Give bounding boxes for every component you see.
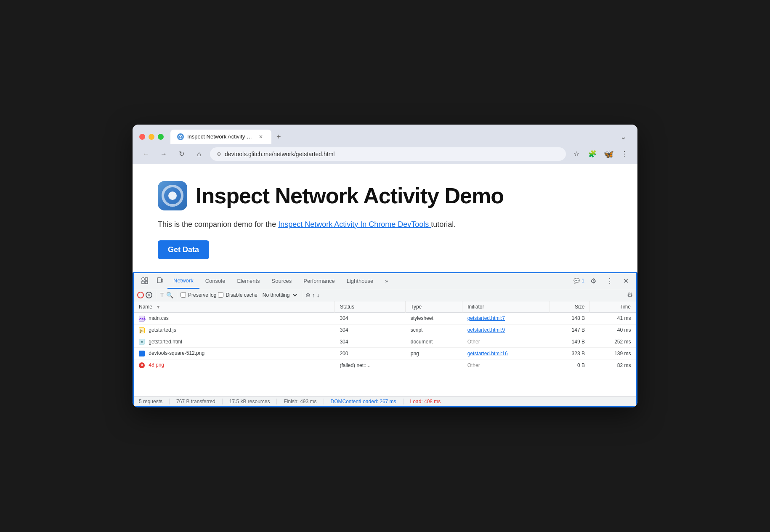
network-settings-icon[interactable]: ⚙ bbox=[627, 291, 633, 299]
browser-menu-icon[interactable]: ⋮ bbox=[618, 148, 631, 160]
disable-cache-input[interactable] bbox=[218, 292, 223, 298]
svg-rect-7 bbox=[162, 279, 163, 282]
cell-name: js getstarted.js bbox=[134, 324, 335, 336]
filter-icon[interactable]: ⊤ bbox=[159, 292, 165, 298]
cell-status: (failed) net::... bbox=[335, 359, 405, 371]
initiator-link[interactable]: getstarted.html:16 bbox=[467, 351, 508, 356]
tab-bar: Inspect Network Activity Dem ✕ + ⌄ bbox=[170, 130, 631, 144]
toolbar-separator-3 bbox=[302, 291, 302, 299]
clear-button[interactable]: ✕ bbox=[146, 292, 152, 298]
extension-icon[interactable]: 🧩 bbox=[586, 148, 599, 160]
svg-rect-5 bbox=[145, 281, 148, 284]
tab-lighthouse[interactable]: Lighthouse bbox=[341, 274, 380, 288]
cell-type: script bbox=[406, 324, 462, 336]
error-icon: ✕ bbox=[139, 362, 145, 368]
col-type: Type bbox=[406, 301, 462, 313]
network-table: Name ▼ Status Type Initiator Size Time c… bbox=[134, 301, 636, 396]
devtools-settings-icon[interactable]: ⚙ bbox=[586, 274, 600, 288]
cell-size: 148 B bbox=[550, 312, 590, 324]
cell-initiator: Other bbox=[462, 336, 550, 348]
disable-cache-checkbox[interactable]: Disable cache bbox=[218, 292, 257, 298]
active-tab[interactable]: Inspect Network Activity Dem ✕ bbox=[170, 130, 271, 144]
cell-type bbox=[406, 359, 462, 371]
status-requests: 5 requests bbox=[139, 399, 162, 404]
page-header: Inspect Network Activity Demo bbox=[158, 181, 612, 210]
devtools-panel: Network Console Elements Sources Perform… bbox=[133, 272, 637, 407]
device-toolbar-icon[interactable] bbox=[152, 274, 167, 287]
cell-size: 147 B bbox=[550, 324, 590, 336]
tab-elements[interactable]: Elements bbox=[231, 274, 266, 288]
table-row[interactable]: ✕ 48.png (failed) net::... Other 0 B 82 … bbox=[134, 359, 636, 371]
devtools-close-icon[interactable]: ✕ bbox=[619, 274, 633, 288]
status-load: Load: 408 ms bbox=[410, 399, 441, 404]
svg-rect-2 bbox=[142, 278, 144, 280]
record-button[interactable] bbox=[137, 292, 144, 298]
traffic-lights bbox=[139, 134, 164, 140]
tab-close-button[interactable]: ✕ bbox=[257, 133, 265, 141]
browser-window: Inspect Network Activity Dem ✕ + ⌄ ← → ↻… bbox=[133, 125, 637, 407]
disable-cache-label: Disable cache bbox=[226, 292, 257, 298]
cell-time: 41 ms bbox=[590, 312, 636, 324]
tab-sources[interactable]: Sources bbox=[266, 274, 298, 288]
cell-status: 304 bbox=[335, 312, 405, 324]
close-traffic-light[interactable] bbox=[139, 134, 145, 140]
address-bar-input-container[interactable]: ⊕ devtools.glitch.me/network/getstarted.… bbox=[210, 147, 566, 161]
tab-network[interactable]: Network bbox=[167, 273, 199, 289]
html-icon: ≡ bbox=[139, 339, 145, 345]
table-row[interactable]: css main.css 304 stylesheet getstarted.h… bbox=[134, 312, 636, 324]
avatar-icon[interactable]: 🦋 bbox=[602, 148, 615, 160]
inspect-element-icon[interactable] bbox=[137, 274, 152, 287]
cell-name: devtools-square-512.png bbox=[134, 348, 335, 359]
svg-point-1 bbox=[180, 136, 181, 137]
minimize-traffic-light[interactable] bbox=[149, 134, 154, 140]
tab-performance[interactable]: Performance bbox=[297, 274, 340, 288]
badge-count: 1 bbox=[581, 278, 584, 284]
chrome-logo bbox=[158, 181, 187, 210]
png-icon bbox=[139, 351, 145, 356]
new-tab-button[interactable]: + bbox=[272, 130, 285, 144]
cell-initiator: getstarted.html:7 bbox=[462, 312, 550, 324]
cell-status: 304 bbox=[335, 324, 405, 336]
maximize-traffic-light[interactable] bbox=[158, 134, 164, 140]
reload-button[interactable]: ↻ bbox=[175, 147, 188, 161]
col-initiator: Initiator bbox=[462, 301, 550, 313]
search-icon[interactable]: 🔍 bbox=[166, 292, 173, 298]
get-data-button[interactable]: Get Data bbox=[158, 240, 209, 259]
js-icon: js bbox=[139, 327, 145, 333]
css-icon: css bbox=[139, 316, 145, 322]
description-suffix: tutorial. bbox=[431, 220, 456, 229]
cell-initiator: getstarted.html:9 bbox=[462, 324, 550, 336]
back-button[interactable]: ← bbox=[139, 147, 153, 161]
table-row[interactable]: js getstarted.js 304 script getstarted.h… bbox=[134, 324, 636, 336]
devtools-tabs-right: 💬 1 ⚙ ⋮ ✕ bbox=[574, 274, 633, 288]
table-row[interactable]: ≡ getstarted.html 304 document Other 149… bbox=[134, 336, 636, 348]
cell-name: ≡ getstarted.html bbox=[134, 336, 335, 348]
wifi-import-icon[interactable]: ⊕ bbox=[305, 292, 311, 298]
cell-time: 139 ms bbox=[590, 348, 636, 359]
preserve-log-input[interactable] bbox=[181, 292, 186, 298]
tab-console[interactable]: Console bbox=[199, 274, 231, 288]
forward-button[interactable]: → bbox=[157, 147, 170, 161]
upload-icon[interactable]: ↑ bbox=[312, 292, 315, 298]
throttle-select[interactable]: No throttling Slow 3G Fast 3G bbox=[259, 291, 298, 299]
cell-time: 82 ms bbox=[590, 359, 636, 371]
home-button[interactable]: ⌂ bbox=[192, 147, 206, 161]
tab-more[interactable]: » bbox=[379, 274, 394, 288]
preserve-log-label: Preserve log bbox=[188, 292, 216, 298]
tutorial-link[interactable]: Inspect Network Activity In Chrome DevTo… bbox=[278, 220, 431, 229]
initiator-link[interactable]: getstarted.html:9 bbox=[467, 327, 505, 333]
tab-dropdown-button[interactable]: ⌄ bbox=[616, 130, 631, 144]
status-domcontentloaded: DOMContentLoaded: 267 ms bbox=[331, 399, 396, 404]
bookmark-icon[interactable]: ☆ bbox=[570, 148, 583, 160]
cell-size: 323 B bbox=[550, 348, 590, 359]
url-input[interactable]: devtools.glitch.me/network/getstarted.ht… bbox=[225, 151, 559, 157]
status-finish: Finish: 493 ms bbox=[284, 399, 316, 404]
table-row[interactable]: devtools-square-512.png 200 png getstart… bbox=[134, 348, 636, 359]
title-bar: Inspect Network Activity Dem ✕ + ⌄ bbox=[133, 125, 637, 144]
preserve-log-checkbox[interactable]: Preserve log bbox=[181, 292, 216, 298]
devtools-more-icon[interactable]: ⋮ bbox=[602, 274, 617, 288]
download-icon[interactable]: ↓ bbox=[317, 292, 320, 298]
cell-initiator: Other bbox=[462, 359, 550, 371]
col-status: Status bbox=[335, 301, 405, 313]
initiator-link[interactable]: getstarted.html:7 bbox=[467, 315, 505, 321]
